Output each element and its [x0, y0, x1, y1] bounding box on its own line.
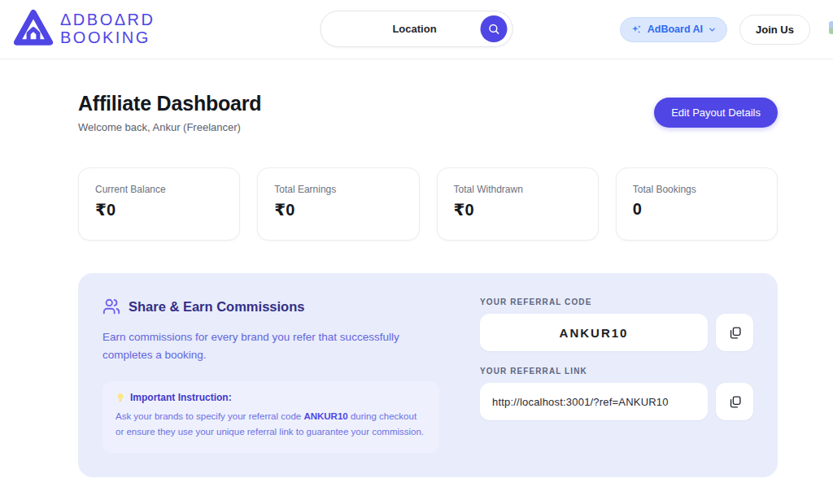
- header-actions: AdBoard AI Join Us: [620, 15, 822, 45]
- users-icon: [102, 298, 120, 315]
- welcome-subtitle: Welcome back, Ankur (Freelancer): [78, 121, 261, 133]
- share-earn-section: Share & Earn Commissions Earn commission…: [78, 273, 778, 477]
- important-instruction-box: Important Instruction: Ask your brands t…: [102, 381, 439, 453]
- referral-code-inline: ANKUR10: [303, 411, 347, 421]
- sparkles-icon: [630, 24, 643, 36]
- brand-wordmark: ΔDBOΔRD BOOKING: [60, 11, 155, 46]
- stats-grid: Current Balance ₹0 Total Earnings ₹0 Tot…: [78, 167, 778, 241]
- share-earn-description: Earn commissions for every brand you ref…: [102, 328, 439, 365]
- copy-icon: [728, 395, 742, 409]
- copy-referral-link-button[interactable]: [716, 383, 753, 420]
- instruction-body: Ask your brands to specify your referral…: [116, 409, 426, 441]
- referral-code-label: YOUR REFERRAL CODE: [480, 298, 753, 306]
- share-earn-title: Share & Earn Commissions: [129, 299, 304, 315]
- adboard-logo-icon: [11, 7, 55, 51]
- chevron-down-icon: [708, 25, 717, 34]
- stat-label: Total Bookings: [633, 184, 761, 195]
- referral-code-field[interactable]: ANKUR10: [480, 314, 708, 351]
- adboard-ai-label: AdBoard AI: [648, 24, 703, 35]
- stat-card-current-balance: Current Balance ₹0: [78, 167, 240, 241]
- stat-card-total-withdrawn: Total Withdrawn ₹0: [437, 167, 599, 241]
- brand-line-2: BOOKING: [60, 29, 155, 47]
- stat-value: ₹0: [274, 200, 402, 219]
- stat-value: ₹0: [95, 200, 223, 219]
- copy-icon: [728, 326, 742, 340]
- location-search-input[interactable]: Location: [321, 23, 481, 35]
- share-earn-right-column: YOUR REFERRAL CODE ANKUR10 YOUR REFERRAL…: [480, 298, 753, 453]
- search-button[interactable]: [481, 15, 508, 42]
- stat-label: Total Withdrawn: [454, 184, 582, 195]
- share-earn-left-column: Share & Earn Commissions Earn commission…: [102, 298, 439, 453]
- partial-edge-icon: [829, 21, 833, 34]
- page-header-row: Affiliate Dashboard Welcome back, Ankur …: [78, 92, 778, 133]
- top-navbar: ΔDBOΔRD BOOKING Location AdBoard AI Join…: [0, 0, 833, 59]
- stat-label: Current Balance: [95, 184, 223, 195]
- adboard-ai-menu[interactable]: AdBoard AI: [620, 17, 727, 42]
- instruction-title: Important Instruction:: [130, 392, 232, 403]
- referral-link-field[interactable]: http://localhost:3001/?ref=ANKUR10: [480, 383, 708, 420]
- stat-card-total-bookings: Total Bookings 0: [616, 167, 778, 241]
- stat-card-total-earnings: Total Earnings ₹0: [257, 167, 419, 241]
- stat-value: 0: [633, 200, 761, 219]
- brand-line-1: ΔDBOΔRD: [60, 11, 155, 29]
- page-title: Affiliate Dashboard: [78, 92, 261, 115]
- copy-referral-code-button[interactable]: [716, 314, 753, 351]
- stat-value: ₹0: [454, 200, 582, 219]
- referral-link-label: YOUR REFERRAL LINK: [480, 367, 753, 376]
- brand-logo[interactable]: ΔDBOΔRD BOOKING: [11, 7, 155, 51]
- lightbulb-icon: [116, 393, 125, 402]
- stat-label: Total Earnings: [274, 184, 402, 195]
- edit-payout-details-button[interactable]: Edit Payout Details: [654, 98, 778, 128]
- main-content: Affiliate Dashboard Welcome back, Ankur …: [78, 92, 778, 504]
- location-search-bar[interactable]: Location: [321, 11, 513, 47]
- join-us-button[interactable]: Join Us: [739, 15, 810, 45]
- search-icon: [488, 23, 500, 35]
